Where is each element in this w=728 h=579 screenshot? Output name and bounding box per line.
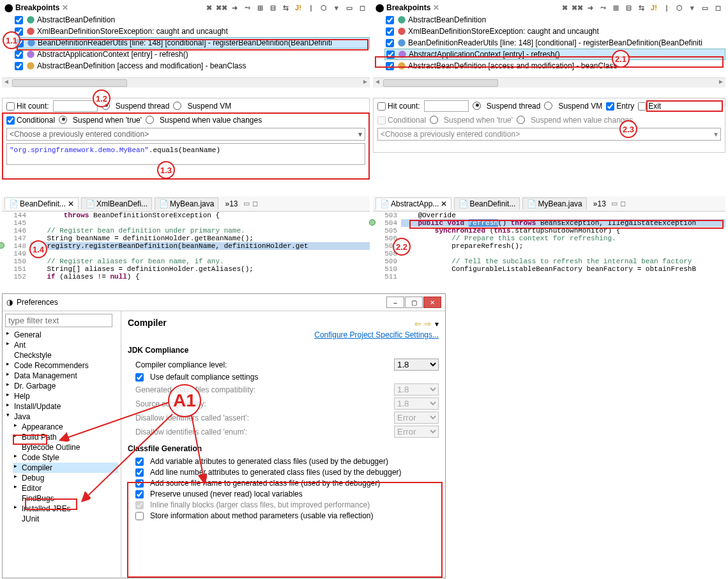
code-line[interactable]: 503 @Override bbox=[377, 212, 725, 219]
group-icon[interactable]: ⬡ bbox=[319, 3, 329, 13]
code-line[interactable]: 507 prepareRefresh(); bbox=[377, 242, 725, 250]
bp-check[interactable] bbox=[386, 39, 394, 47]
max-icon[interactable]: ◻ bbox=[357, 3, 367, 13]
code-line[interactable]: 152 if (aliases != null) { bbox=[6, 273, 370, 281]
editor-tab-beandef[interactable]: 📄BeanDefinit... bbox=[454, 197, 520, 210]
close-button[interactable]: ✕ bbox=[423, 297, 441, 308]
code-line[interactable]: 148 registry.registerBeanDefinition(bean… bbox=[6, 242, 370, 250]
tree-item-compiler[interactable]: Compiler bbox=[13, 463, 118, 473]
line-num-check[interactable] bbox=[135, 468, 144, 477]
code-line[interactable]: 147 String beanName = definitionHolder.g… bbox=[6, 235, 370, 242]
collapse-icon[interactable]: ⊟ bbox=[623, 3, 633, 13]
remove-all-icon[interactable]: ✖✖ bbox=[216, 3, 227, 13]
breakpoint-row[interactable]: BeanDefinitionReaderUtils [line: 148] [c… bbox=[384, 37, 725, 49]
more-tabs[interactable]: »13 bbox=[225, 199, 238, 208]
menu-icon[interactable]: ▾ bbox=[687, 3, 697, 13]
expand-icon[interactable]: ⊞ bbox=[255, 3, 265, 13]
code-line[interactable]: 144 throws BeanDefinitionStoreException … bbox=[6, 212, 370, 219]
bp-check[interactable] bbox=[15, 62, 23, 70]
skip-icon[interactable]: ⤳ bbox=[598, 3, 608, 13]
skip-icon[interactable]: ⤳ bbox=[242, 3, 252, 13]
goto-icon[interactable]: ➜ bbox=[229, 3, 239, 13]
goto-icon[interactable]: ➜ bbox=[585, 3, 595, 13]
remove-all-icon[interactable]: ✖✖ bbox=[572, 3, 582, 13]
group-icon[interactable]: ⬡ bbox=[674, 3, 685, 13]
code-line[interactable]: 151 String[] aliases = definitionHolder.… bbox=[6, 265, 370, 273]
fwd-icon[interactable]: ⇨ bbox=[425, 320, 431, 328]
tree-item-appearance[interactable]: Appearance bbox=[13, 422, 118, 432]
tree-item[interactable]: Ant bbox=[5, 340, 118, 350]
hit-count-check[interactable]: Hit count: bbox=[6, 102, 49, 111]
default-compliance-check[interactable] bbox=[135, 373, 144, 382]
code-line[interactable]: 508 bbox=[377, 250, 725, 258]
breakpoint-row[interactable]: XmlBeanDefinitionStoreException: caught … bbox=[384, 26, 725, 37]
link-icon[interactable]: ⇆ bbox=[280, 3, 291, 13]
editor-tab-xmlbean[interactable]: 📄XmlBeanDefi... bbox=[81, 197, 152, 210]
min-icon[interactable]: ▭ bbox=[611, 199, 618, 208]
close-view-icon[interactable]: ✕ bbox=[62, 3, 68, 12]
tree-item[interactable]: Code Recommenders bbox=[5, 360, 118, 371]
dropdown-icon[interactable]: ▾ bbox=[435, 320, 439, 328]
editor-tab-mybean[interactable]: 📄MyBean.java bbox=[155, 197, 218, 210]
expand-icon[interactable]: ⊞ bbox=[610, 3, 621, 13]
tree-item[interactable]: General bbox=[5, 330, 118, 340]
code-line[interactable]: 146 // Register bean definition under pr… bbox=[6, 227, 370, 235]
bp-check[interactable] bbox=[15, 16, 23, 24]
more-tabs[interactable]: »13 bbox=[593, 199, 606, 208]
close-view-icon[interactable]: ✕ bbox=[433, 3, 439, 12]
editor-tab-beandef[interactable]: 📄BeanDefinit... ✕ bbox=[4, 197, 79, 210]
tree-filter-input[interactable] bbox=[5, 314, 112, 327]
compliance-level-select[interactable]: 1.8 bbox=[394, 359, 439, 371]
tree-item[interactable]: Dr. Garbage bbox=[5, 381, 118, 391]
code-line[interactable]: 149 bbox=[6, 250, 370, 258]
tree-item-debug[interactable]: Debug bbox=[13, 473, 118, 483]
link-icon[interactable]: ⇆ bbox=[636, 3, 646, 13]
breakpoint-marker[interactable] bbox=[369, 219, 375, 226]
remove-icon[interactable]: ✖ bbox=[559, 3, 570, 13]
tree-item[interactable]: Data Management bbox=[5, 371, 118, 381]
hit-count-check[interactable]: Hit count: bbox=[377, 102, 420, 111]
back-icon[interactable]: ⇦ bbox=[414, 320, 421, 328]
tree-item[interactable]: Help bbox=[5, 391, 118, 401]
tree-item-editor[interactable]: Editor bbox=[13, 483, 118, 493]
h-scrollbar[interactable] bbox=[373, 77, 725, 88]
min-icon[interactable]: ▭ bbox=[344, 3, 354, 13]
hit-count-input[interactable] bbox=[424, 100, 469, 112]
menu-icon[interactable]: ▾ bbox=[331, 3, 342, 13]
editor-tab-abstractapp[interactable]: 📄AbstractApp... ✕ bbox=[375, 197, 451, 210]
breakpoint-row[interactable]: AbstractBeanDefinition bbox=[13, 14, 370, 26]
tree-item-junit[interactable]: JUnit bbox=[13, 514, 118, 524]
max-icon[interactable]: ◻ bbox=[252, 199, 258, 208]
code-line[interactable]: 506 // Prepare this context for refreshi… bbox=[377, 235, 725, 242]
suspend-thread-radio[interactable] bbox=[473, 102, 483, 111]
code-line[interactable]: 509 // Tell the subclass to refresh the … bbox=[377, 258, 725, 265]
maximize-button[interactable]: ▢ bbox=[405, 297, 423, 308]
code-area[interactable]: 144 throws BeanDefinitionStoreException … bbox=[2, 212, 370, 281]
var-attr-check[interactable] bbox=[135, 458, 144, 466]
breakpoint-marker[interactable] bbox=[0, 242, 4, 249]
remove-icon[interactable]: ✖ bbox=[204, 3, 214, 13]
min-icon[interactable]: ▭ bbox=[243, 199, 250, 208]
hit-count-input[interactable] bbox=[53, 100, 98, 112]
bp-check[interactable] bbox=[386, 16, 394, 24]
minimize-button[interactable]: – bbox=[386, 297, 404, 308]
code-line[interactable]: 511 bbox=[377, 273, 725, 281]
max-icon[interactable]: ◻ bbox=[713, 3, 723, 13]
tree-java[interactable]: Java bbox=[5, 412, 118, 422]
suspend-vm-radio[interactable] bbox=[544, 102, 554, 111]
tree-item-code-style[interactable]: Code Style bbox=[13, 452, 118, 463]
code-line[interactable]: 145 bbox=[6, 219, 370, 227]
tree-item[interactable]: Checkstyle bbox=[5, 350, 118, 360]
entry-check[interactable]: Entry bbox=[606, 102, 634, 111]
suspend-vm-radio[interactable] bbox=[173, 102, 183, 111]
bp-check[interactable] bbox=[15, 50, 23, 59]
h-scrollbar[interactable] bbox=[2, 77, 370, 88]
collapse-icon[interactable]: ⊟ bbox=[268, 3, 278, 13]
max-icon[interactable]: ◻ bbox=[620, 199, 626, 208]
editor-tab-mybean[interactable]: 📄MyBean.java bbox=[522, 197, 586, 210]
j-icon[interactable]: J! bbox=[293, 3, 303, 13]
bp-check[interactable] bbox=[386, 27, 394, 36]
code-line[interactable]: 150 // Register aliases for bean name, i… bbox=[6, 258, 370, 265]
project-settings-link[interactable]: Configure Project Specific Settings... bbox=[128, 330, 439, 339]
breakpoint-row[interactable]: AbstractBeanDefinition [access and modif… bbox=[13, 60, 370, 72]
